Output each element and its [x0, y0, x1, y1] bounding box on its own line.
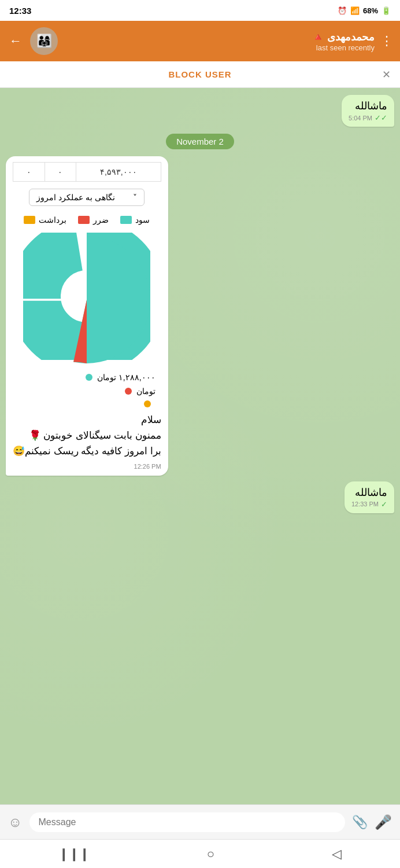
legend-label-bardash: برداشت — [39, 215, 66, 225]
contact-name: محمدمهدی 🔺 — [312, 31, 375, 43]
bubble-meta: 5:04 PM ✓✓ — [349, 113, 387, 122]
nav-bar: ❙❙❙ ○ ◁ — [0, 839, 400, 868]
alarm-icon: ⏰ — [338, 6, 347, 15]
nav-back-button[interactable]: ◁ — [332, 847, 342, 862]
date-separator: November 2 — [6, 134, 394, 149]
sent-message-1: ماشالله 5:04 PM ✓✓ — [6, 95, 394, 127]
dropdown-arrow: ˅ — [133, 193, 137, 202]
sent-message-2: ماشالله 12:33 PM ✓ — [6, 481, 394, 513]
chart-legend: سود ضرر برداشت — [13, 215, 161, 225]
legend-label-sood: سود — [135, 215, 150, 225]
status-bar: 12:33 ⏰ 📶 68% 🔋 — [0, 0, 400, 21]
message-time: 5:04 PM — [349, 115, 372, 122]
battery-icon: 🔋 — [382, 6, 391, 15]
status-time: 12:33 — [9, 6, 31, 16]
nav-menu-button[interactable]: ❙❙❙ — [58, 847, 90, 862]
contact-status: last seen recently — [316, 43, 375, 52]
pie-value-2: تومان — [136, 387, 155, 396]
status-icons: ⏰ 📶 68% 🔋 — [338, 6, 391, 15]
bubble-meta-2: 12:33 PM ✓ — [351, 500, 387, 509]
legend-dot-zarar — [78, 216, 90, 224]
read-receipt-icon: ✓✓ — [375, 113, 387, 122]
pie-svg — [23, 236, 150, 363]
pie-dot-1 — [86, 374, 92, 381]
bubble: ماشالله 5:04 PM ✓✓ — [342, 95, 394, 127]
table-cell-2: ۰ — [45, 163, 76, 182]
msg-line-2: ممنون بابت سیگنالای خوبتون 🌹 — [13, 428, 161, 443]
read-receipt-icon-2: ✓ — [381, 500, 387, 509]
wifi-icon: 📶 — [350, 6, 360, 15]
message-input[interactable] — [29, 812, 345, 832]
nav-home-button[interactable]: ○ — [207, 847, 214, 862]
message-text-2: ماشالله — [351, 486, 387, 499]
chat-header: ← 👨‍👩‍👧 محمدمهدی 🔺 last seen recently ⋮ — [0, 21, 400, 61]
chart-bubble: ۰ ۰ ۴,۵۹۳,۰۰۰ ˅ نگاهی به عملکرد امروز سو… — [6, 156, 168, 476]
close-button[interactable]: ✕ — [382, 68, 391, 81]
message-text: ماشالله — [349, 100, 387, 112]
table-cell-1: ۰ — [13, 163, 45, 182]
table-cell-3: ۴,۵۹۳,۰۰۰ — [76, 163, 161, 182]
msg-line-1: سلام — [13, 412, 161, 428]
block-banner-text[interactable]: BLOCK USER — [168, 69, 231, 79]
pie-value-1: ۱,۲۸۸,۰۰۰ تومان — [97, 373, 155, 382]
header-info: محمدمهدی 🔺 last seen recently — [64, 31, 375, 52]
date-pill: November 2 — [166, 134, 234, 149]
msg-line-3: برا امروز کافیه دیگه ریسک نمیکنم😅 — [13, 443, 161, 459]
chart-message: ۰ ۰ ۴,۵۹۳,۰۰۰ ˅ نگاهی به عملکرد امروز سو… — [6, 156, 394, 476]
legend-dot-sood — [120, 216, 132, 224]
mic-button[interactable]: 🎤 — [375, 814, 392, 830]
pie-data-item-2: تومان — [18, 387, 155, 396]
avatar: 👨‍👩‍👧 — [30, 27, 58, 55]
pie-data: ۱,۲۸۸,۰۰۰ تومان تومان — [13, 373, 161, 407]
input-bar: ☺ 📎 🎤 — [0, 804, 400, 839]
chat-area: ماشالله 5:04 PM ✓✓ November 2 ۰ ۰ ۴,۵۹۳,… — [0, 88, 400, 829]
back-button[interactable]: ← — [7, 31, 24, 51]
legend-item-bardash: برداشت — [24, 215, 66, 225]
emoji-button[interactable]: ☺ — [8, 814, 23, 830]
block-banner: BLOCK USER ✕ — [0, 61, 400, 88]
pie-dot-2 — [125, 388, 132, 395]
legend-item-zarar: ضرر — [78, 215, 109, 225]
legend-item-sood: سود — [120, 215, 150, 225]
received-time: 12:26 PM — [134, 463, 161, 470]
battery-level: 68% — [363, 6, 378, 15]
pie-chart-real — [13, 236, 161, 363]
message-time-2: 12:33 PM — [351, 501, 379, 507]
legend-dot-bardash — [24, 216, 35, 224]
dropdown-label: نگاهی به عملکرد امروز — [36, 193, 115, 202]
legend-label-zarar: ضرر — [93, 215, 109, 225]
menu-button[interactable]: ⋮ — [380, 34, 393, 49]
attach-button[interactable]: 📎 — [352, 815, 368, 830]
persian-text-message: سلام ممنون بابت سیگنالای خوبتون 🌹 برا ام… — [13, 412, 161, 459]
data-table: ۰ ۰ ۴,۵۹۳,۰۰۰ — [13, 162, 161, 182]
pie-dot-3 — [144, 400, 151, 407]
received-bubble-meta: 12:26 PM — [13, 463, 161, 470]
chart-dropdown[interactable]: ˅ نگاهی به عملکرد امروز — [29, 189, 145, 206]
bubble-2: ماشالله 12:33 PM ✓ — [345, 481, 394, 513]
pie-data-item-1: ۱,۲۸۸,۰۰۰ تومان — [18, 373, 155, 382]
pie-data-item-3 — [18, 400, 155, 407]
